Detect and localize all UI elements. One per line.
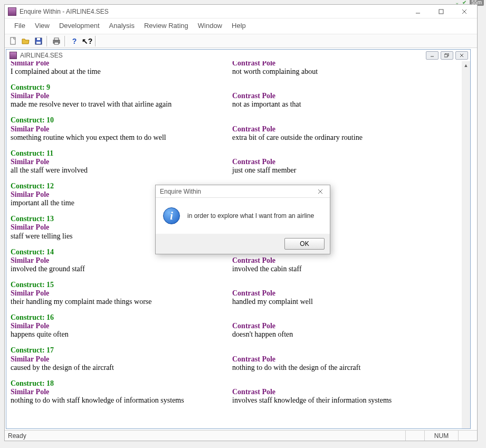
contrast-pole-text: handled my complaint well bbox=[232, 298, 313, 306]
menu-file[interactable]: File bbox=[10, 21, 30, 31]
construct-id: Construct: 16 bbox=[11, 313, 54, 321]
info-dialog: Enquire Within i in order to explore wha… bbox=[155, 185, 330, 254]
dialog-body: i in order to explore what I want from a… bbox=[156, 198, 330, 234]
similar-pole-text: important all the time bbox=[11, 199, 74, 207]
construct-id: Construct: 11 bbox=[11, 149, 53, 157]
svg-rect-1 bbox=[439, 9, 443, 14]
toolbar-separator bbox=[46, 36, 49, 46]
ok-button[interactable]: OK bbox=[284, 238, 325, 250]
help-button[interactable]: ? bbox=[69, 36, 80, 46]
toolbar-separator bbox=[95, 36, 97, 46]
contrast-pole-label: Contrast Pole bbox=[232, 289, 275, 297]
restore-icon bbox=[444, 53, 450, 58]
construct-block: Construct: 8Similar PoleContrast PoleI c… bbox=[11, 61, 466, 76]
app-icon bbox=[8, 7, 16, 16]
similar-pole-label: Similar Pole bbox=[11, 125, 49, 133]
construct-block: Construct: 16Similar PoleContrast Poleha… bbox=[11, 313, 466, 339]
similar-pole-text: happens quite often bbox=[11, 330, 69, 338]
contrast-pole-label: Contrast Pole bbox=[232, 92, 275, 100]
menubar: File View Development Analysis Review Ra… bbox=[5, 18, 477, 34]
similar-pole-label: Similar Pole bbox=[11, 158, 49, 166]
contrast-pole-text: extra bit of care outside the ordinary r… bbox=[232, 134, 363, 141]
window-title: Enquire Within - AIRLINE4.SES bbox=[20, 8, 406, 15]
dialog-button-row: OK bbox=[156, 234, 330, 254]
child-restore-button[interactable] bbox=[441, 51, 453, 60]
contrast-pole-text: not as important as that bbox=[232, 100, 301, 108]
construct-id: Construct: 18 bbox=[11, 379, 54, 387]
save-icon bbox=[35, 37, 42, 45]
contrast-pole-label: Contrast Pole bbox=[232, 61, 275, 67]
contrast-pole-text: involved the cabin staff bbox=[232, 265, 302, 273]
construct-block: Construct: 15Similar PoleContrast Poleth… bbox=[11, 281, 466, 306]
similar-pole-text: made me resolve never to travel with tha… bbox=[11, 100, 171, 108]
close-button[interactable] bbox=[453, 5, 476, 18]
close-icon bbox=[462, 9, 467, 14]
menu-development[interactable]: Development bbox=[55, 21, 104, 31]
titlebar: Enquire Within - AIRLINE4.SES bbox=[5, 5, 477, 18]
save-button[interactable] bbox=[33, 36, 44, 46]
svg-rect-4 bbox=[11, 37, 15, 44]
menu-analysis[interactable]: Analysis bbox=[105, 21, 139, 31]
contrast-pole-label: Contrast Pole bbox=[232, 158, 275, 166]
new-file-button[interactable] bbox=[7, 36, 19, 46]
context-help-icon: ↖? bbox=[82, 37, 93, 45]
contrast-pole-label: Contrast Pole bbox=[232, 256, 275, 264]
minimize-button[interactable] bbox=[406, 5, 430, 18]
construct-block: Construct: 11Similar PoleContrast Poleal… bbox=[11, 149, 466, 175]
construct-id: Construct: 14 bbox=[11, 248, 54, 256]
similar-pole-text: their handling my complaint made things … bbox=[11, 298, 152, 306]
similar-pole-label: Similar Pole bbox=[11, 355, 49, 363]
dialog-close-button[interactable] bbox=[313, 186, 328, 197]
status-cell bbox=[405, 431, 424, 441]
child-minimize-button[interactable] bbox=[426, 51, 439, 60]
close-icon bbox=[460, 53, 464, 58]
child-close-button[interactable] bbox=[455, 51, 468, 60]
print-button[interactable] bbox=[51, 36, 62, 46]
menu-help[interactable]: Help bbox=[227, 21, 250, 31]
construct-block: Construct: 18Similar PoleContrast Poleno… bbox=[11, 379, 466, 405]
child-app-icon bbox=[9, 52, 17, 59]
similar-pole-label: Similar Pole bbox=[11, 92, 49, 100]
similar-pole-label: Similar Pole bbox=[11, 322, 49, 330]
similar-pole-text: something routine which you expect them … bbox=[11, 134, 166, 141]
contrast-pole-text: nothing to do with the design of the air… bbox=[232, 364, 360, 371]
new-file-icon bbox=[9, 37, 17, 45]
svg-rect-8 bbox=[36, 42, 41, 44]
contrast-pole-text: involves staff knowledge of their inform… bbox=[232, 396, 392, 404]
scrollbar-up-icon[interactable]: ▲ bbox=[463, 62, 469, 69]
contrast-pole-label: Contrast Pole bbox=[232, 125, 275, 133]
construct-id: Construct: 13 bbox=[11, 215, 54, 223]
svg-marker-5 bbox=[22, 39, 29, 44]
context-help-button[interactable]: ↖? bbox=[81, 36, 93, 46]
minimize-icon bbox=[430, 53, 434, 58]
open-file-button[interactable] bbox=[20, 36, 32, 46]
child-titlebar: AIRLINE4.SES bbox=[6, 50, 470, 61]
print-icon bbox=[52, 37, 61, 45]
toolbar-separator bbox=[64, 36, 66, 46]
menu-window[interactable]: Window bbox=[194, 21, 226, 31]
similar-pole-label: Similar Pole bbox=[11, 289, 49, 297]
scrollbar[interactable]: ▲ bbox=[462, 61, 470, 428]
similar-pole-text: involved the ground staff bbox=[11, 265, 85, 273]
status-num: NUM bbox=[424, 431, 458, 441]
maximize-icon bbox=[439, 9, 444, 14]
construct-id: Construct: 9 bbox=[11, 83, 50, 91]
dialog-title: Enquire Within bbox=[160, 188, 313, 195]
construct-id: Construct: 12 bbox=[11, 182, 54, 190]
help-icon: ? bbox=[72, 37, 77, 45]
menu-view[interactable]: View bbox=[31, 21, 54, 31]
similar-pole-label: Similar Pole bbox=[11, 388, 49, 396]
status-text: Ready bbox=[5, 432, 405, 440]
construct-id: Construct: 10 bbox=[11, 116, 54, 124]
construct-block: Construct: 10Similar PoleContrast Poleso… bbox=[11, 116, 466, 141]
similar-pole-label: Similar Pole bbox=[11, 61, 49, 67]
contrast-pole-text: not worth complaining about bbox=[232, 68, 318, 75]
similar-pole-text: staff were telling lies bbox=[11, 232, 73, 240]
similar-pole-text: caused by the design of the aircraft bbox=[11, 364, 114, 371]
similar-pole-label: Similar Pole bbox=[11, 223, 49, 231]
menu-review-rating[interactable]: Review Rating bbox=[140, 21, 193, 31]
contrast-pole-label: Contrast Pole bbox=[232, 388, 275, 396]
contrast-pole-text: just one staff member bbox=[232, 166, 296, 174]
maximize-button[interactable] bbox=[430, 5, 453, 18]
similar-pole-label: Similar Pole bbox=[11, 190, 49, 198]
